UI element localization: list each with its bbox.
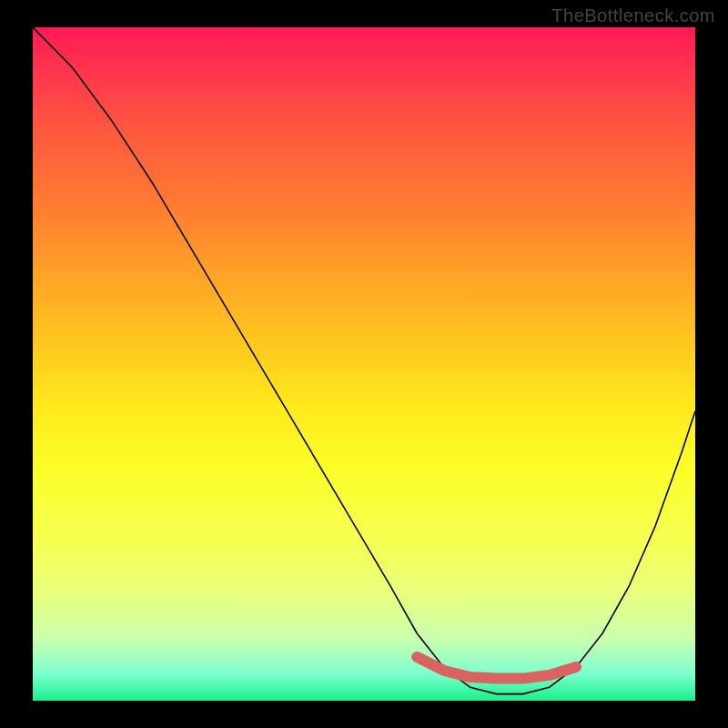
chart-svg [33,27,695,701]
attribution-label: TheBottleneck.com [551,5,715,26]
bottleneck-curve [33,27,695,694]
chart-frame: TheBottleneck.com [0,0,728,728]
optimal-range-highlight [417,657,576,679]
plot-area [33,27,695,701]
